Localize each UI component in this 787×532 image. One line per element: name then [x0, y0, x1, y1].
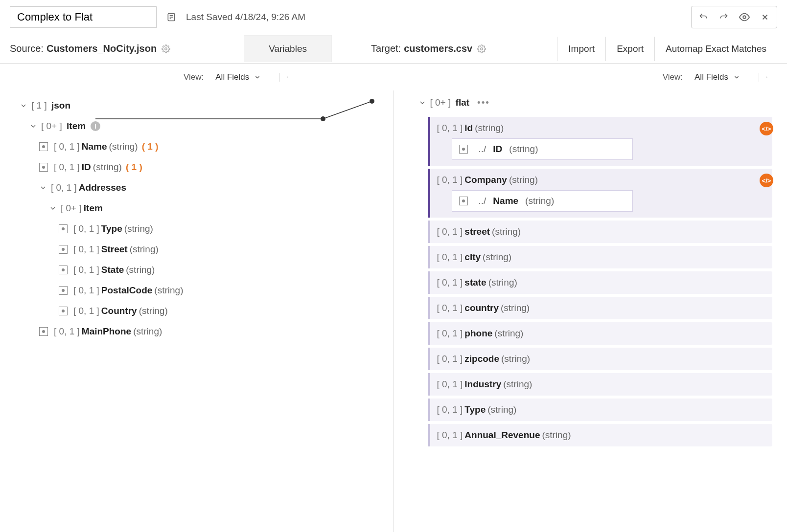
more-icon[interactable]: ••• — [477, 97, 490, 108]
svg-point-9 — [287, 76, 288, 77]
leaf-icon — [459, 145, 468, 154]
secondary-header: Source: Customers_NoCity.json Variables … — [0, 34, 787, 64]
leaf-icon — [459, 197, 468, 205]
leaf-icon — [59, 307, 68, 315]
source-item-node[interactable]: [ 0+ ] item i — [10, 116, 394, 136]
target-field-industry[interactable]: [ 0, 1 ] Industry (string) — [428, 373, 773, 396]
leaf-icon — [39, 327, 48, 336]
source-field-type[interactable]: [ 0, 1 ] Type (string) — [10, 219, 394, 239]
chevron-down-icon[interactable] — [29, 122, 37, 130]
source-addresses-item[interactable]: [ 0+ ] item — [10, 198, 394, 219]
source-panel: [ 1 ] json [ 0+ ] item i [ 0, 1 ] Name (… — [0, 90, 394, 532]
svg-point-4 — [743, 16, 746, 19]
source-field-state[interactable]: [ 0, 1 ] State (string) — [10, 260, 394, 280]
source-root-node[interactable]: [ 1 ] json — [10, 95, 394, 116]
info-icon[interactable]: i — [91, 121, 100, 131]
target-field-state[interactable]: [ 0, 1 ] state (string) — [428, 271, 773, 294]
target-root-node[interactable]: [ 0+ ] flat ••• — [404, 95, 787, 114]
source-filename: Customers_NoCity.json — [46, 43, 157, 54]
target-field-type[interactable]: [ 0, 1 ] Type (string) — [428, 399, 773, 421]
target-filename: customers.csv — [404, 43, 472, 54]
import-button[interactable]: Import — [557, 37, 605, 61]
redo-button[interactable] — [714, 8, 734, 26]
target-view-value: All Fields — [694, 72, 728, 82]
chevron-down-icon[interactable] — [49, 204, 57, 212]
chevron-down-icon[interactable] — [20, 102, 27, 110]
source-field-postalcode[interactable]: [ 0, 1 ] PostalCode (string) — [10, 280, 394, 301]
mapping-title-input[interactable] — [10, 6, 157, 28]
source-field-street[interactable]: [ 0, 1 ] Street (string) — [10, 239, 394, 260]
leaf-icon — [39, 142, 48, 151]
source-field-country[interactable]: [ 0, 1 ] Country (string) — [10, 301, 394, 321]
export-button[interactable]: Export — [605, 37, 654, 61]
svg-line-10 — [288, 77, 288, 78]
svg-line-12 — [767, 77, 767, 78]
close-button[interactable] — [755, 8, 775, 26]
target-view-label: View: — [663, 72, 683, 82]
transform-icon[interactable]: </> — [760, 122, 773, 135]
target-field-city[interactable]: [ 0, 1 ] city (string) — [428, 246, 773, 268]
mapping-source-ref[interactable]: ../ Name (string) — [452, 190, 633, 212]
source-label: Source: — [10, 43, 44, 54]
target-settings-icon[interactable] — [477, 44, 486, 53]
target-field-country[interactable]: [ 0, 1 ] country (string) — [428, 297, 773, 319]
target-field-zipcode[interactable]: [ 0, 1 ] zipcode (string) — [428, 348, 773, 370]
target-field-phone[interactable]: [ 0, 1 ] phone (string) — [428, 322, 773, 345]
preview-button[interactable] — [735, 8, 754, 26]
chevron-down-icon — [733, 74, 740, 81]
automap-button[interactable]: Automap Exact Matches — [654, 37, 777, 61]
target-search-icon[interactable] — [759, 73, 767, 82]
leaf-icon — [59, 224, 68, 233]
leaf-icon — [59, 286, 68, 295]
variables-tab[interactable]: Variables — [244, 35, 332, 62]
source-field-name[interactable]: [ 0, 1 ] Name (string) ( 1 ) — [10, 136, 394, 157]
last-saved-text: Last Saved 4/18/24, 9:26 AM — [186, 12, 305, 22]
chevron-down-icon[interactable] — [39, 184, 47, 192]
chevron-down-icon — [254, 74, 261, 81]
target-panel: [ 0+ ] flat ••• [ 0, 1 ] id (string)../ … — [394, 90, 787, 532]
target-field-id[interactable]: [ 0, 1 ] id (string)../ ID (string)</> — [428, 117, 773, 166]
source-settings-icon[interactable] — [162, 44, 170, 53]
target-view-select[interactable]: All Fields — [690, 69, 745, 85]
svg-point-8 — [481, 47, 483, 50]
main-area: [ 1 ] json [ 0+ ] item i [ 0, 1 ] Name (… — [0, 90, 787, 532]
target-field-annual_revenue[interactable]: [ 0, 1 ] Annual_Revenue (string) — [428, 424, 773, 446]
source-view-select[interactable]: All Fields — [210, 69, 266, 85]
mapping-source-ref[interactable]: ../ ID (string) — [452, 138, 633, 160]
leaf-icon — [59, 266, 68, 274]
source-view-label: View: — [184, 72, 204, 82]
source-field-id[interactable]: [ 0, 1 ] ID (string) ( 1 ) — [10, 157, 394, 177]
target-field-street[interactable]: [ 0, 1 ] street (string) — [428, 221, 773, 243]
filter-bar: View: All Fields View: All Fields — [0, 64, 787, 90]
source-view-value: All Fields — [215, 72, 249, 82]
source-field-mainphone[interactable]: [ 0, 1 ] MainPhone (string) — [10, 321, 394, 342]
target-label: Target: — [371, 43, 401, 54]
source-field-addresses[interactable]: [ 0, 1 ] Addresses — [10, 177, 394, 198]
notes-icon[interactable] — [166, 12, 176, 22]
undo-button[interactable] — [694, 8, 713, 26]
top-bar: Last Saved 4/18/24, 9:26 AM — [0, 0, 787, 34]
leaf-icon — [59, 245, 68, 254]
svg-point-11 — [766, 76, 767, 77]
leaf-icon — [39, 163, 48, 172]
top-actions — [691, 6, 777, 28]
chevron-down-icon[interactable] — [418, 99, 426, 107]
transform-icon[interactable]: </> — [760, 174, 773, 187]
source-search-icon[interactable] — [279, 73, 288, 82]
svg-point-7 — [165, 47, 167, 50]
target-field-company[interactable]: [ 0, 1 ] Company (string)../ Name (strin… — [428, 169, 773, 218]
